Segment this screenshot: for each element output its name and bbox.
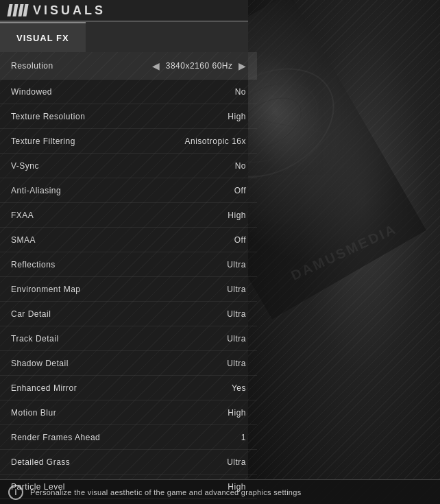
- setting-label: V-Sync: [11, 161, 39, 171]
- setting-label: Particle Level: [11, 482, 65, 492]
- content-area: Resolution◀3840x2160 60Hz▶WindowedNoText…: [0, 52, 440, 479]
- page-title: VISUALS: [33, 3, 106, 18]
- setting-row[interactable]: SMAAOff: [0, 228, 257, 252]
- setting-label: Texture Filtering: [11, 136, 75, 146]
- setting-label: Motion Blur: [11, 408, 56, 418]
- setting-row[interactable]: Texture ResolutionHigh: [0, 104, 257, 129]
- setting-value: High: [228, 408, 246, 418]
- setting-label: Detailed Grass: [11, 457, 70, 467]
- setting-row[interactable]: Detailed GrassUltra: [0, 450, 257, 475]
- setting-value: ◀3840x2160 60Hz▶: [152, 60, 246, 71]
- visuals-icon: [8, 3, 27, 18]
- setting-value: Ultra: [227, 359, 246, 368]
- setting-value: Off: [234, 235, 246, 245]
- setting-row[interactable]: Motion BlurHigh: [0, 400, 257, 425]
- setting-label: Enhanced Mirror: [11, 383, 77, 393]
- tab-visual-fx[interactable]: VISUAL FX: [0, 22, 86, 52]
- arrow-left-icon[interactable]: ◀: [152, 60, 160, 71]
- setting-value: Ultra: [227, 309, 246, 319]
- setting-row[interactable]: WindowedNo: [0, 80, 257, 104]
- setting-value: Anisotropic 16x: [184, 136, 246, 146]
- setting-value: High: [228, 482, 246, 492]
- setting-label: Resolution: [11, 61, 53, 71]
- resolution-value: 3840x2160 60Hz: [166, 61, 233, 71]
- setting-label: Anti-Aliasing: [11, 186, 61, 195]
- setting-row[interactable]: Resolution◀3840x2160 60Hz▶: [0, 52, 257, 80]
- main-container: VISUALS VISUAL FX PERFORMANCE Resolution…: [0, 0, 440, 504]
- setting-value: Ultra: [227, 285, 246, 294]
- setting-row[interactable]: ReflectionsUltra: [0, 252, 257, 277]
- setting-label: Car Detail: [11, 309, 51, 319]
- setting-label: Texture Resolution: [11, 112, 85, 121]
- setting-row[interactable]: Car DetailUltra: [0, 302, 257, 326]
- setting-row[interactable]: Texture FilteringAnisotropic 16x: [0, 129, 257, 154]
- settings-panel: Resolution◀3840x2160 60Hz▶WindowedNoText…: [0, 52, 257, 479]
- setting-label: Windowed: [11, 87, 52, 97]
- setting-label: SMAA: [11, 235, 36, 245]
- setting-value: Off: [234, 186, 246, 195]
- setting-label: FXAA: [11, 211, 34, 220]
- setting-label: Render Frames Ahead: [11, 433, 100, 442]
- setting-value: 1: [241, 433, 246, 442]
- setting-row[interactable]: Track DetailUltra: [0, 326, 257, 351]
- setting-label: Track Detail: [11, 334, 59, 344]
- setting-row[interactable]: Anti-AliasingOff: [0, 178, 257, 203]
- setting-row[interactable]: FXAAHigh: [0, 203, 257, 228]
- setting-value: No: [235, 161, 246, 171]
- setting-row[interactable]: Enhanced MirrorYes: [0, 376, 257, 400]
- setting-label: Reflections: [11, 260, 56, 269]
- arrow-right-icon[interactable]: ▶: [239, 60, 247, 71]
- setting-value: No: [235, 87, 246, 97]
- setting-value: Ultra: [227, 334, 246, 344]
- setting-value: Ultra: [227, 457, 246, 467]
- setting-label: Shadow Detail: [11, 359, 69, 368]
- setting-value: High: [228, 112, 246, 121]
- car-background: DAMUSMEDIA: [248, 0, 440, 504]
- setting-row[interactable]: Particle LevelHigh: [0, 475, 257, 499]
- setting-value: High: [228, 211, 246, 220]
- setting-row[interactable]: V-SyncNo: [0, 154, 257, 178]
- setting-row[interactable]: Shadow DetailUltra: [0, 351, 257, 376]
- setting-label: Environment Map: [11, 285, 81, 294]
- setting-value: Yes: [232, 383, 246, 393]
- setting-row[interactable]: Environment MapUltra: [0, 277, 257, 302]
- setting-row[interactable]: Render Frames Ahead1: [0, 425, 257, 450]
- setting-value: Ultra: [227, 260, 246, 269]
